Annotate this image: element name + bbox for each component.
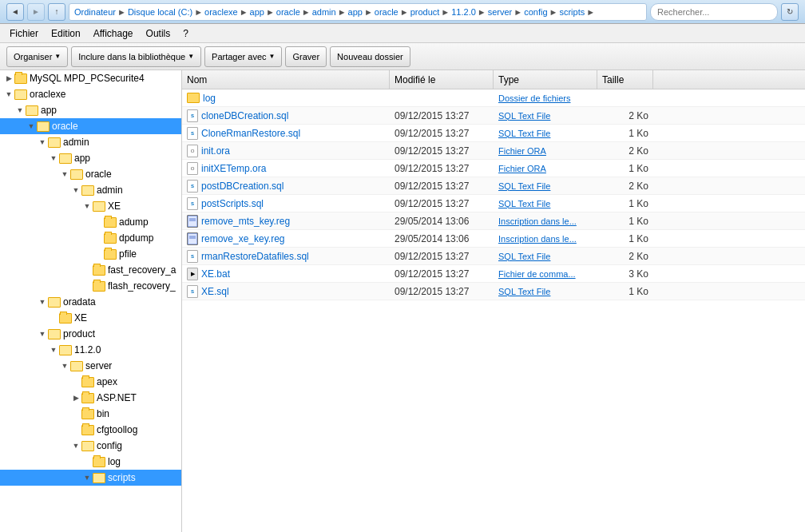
new-folder-button[interactable]: Nouveau dossier [330,46,410,67]
tree-item[interactable]: bin [0,406,181,422]
refresh-button[interactable]: ↻ [781,3,799,21]
menu-outils[interactable]: Outils [140,26,177,41]
expand-icon: ▼ [37,296,48,308]
sql-file-icon: S [187,127,198,140]
table-row[interactable]: logDossier de fichiers [182,89,805,107]
tree-item[interactable]: log [0,454,181,470]
breadcrumb-scripts[interactable]: scripts [559,7,585,17]
tree-item[interactable]: ▼oracle [0,166,181,182]
share-button[interactable]: Partager avec ▼ [204,46,282,67]
tree-item[interactable]: ▼admin [0,182,181,198]
menu-fichier[interactable]: Fichier [3,26,45,41]
tree-item[interactable]: ▼oraclexe [0,86,181,102]
search-input[interactable] [650,3,778,21]
breadcrumb-disque[interactable]: Disque local (C:) [128,7,192,17]
column-headers: Nom Modifié le Type Taille [182,70,805,89]
tree-item[interactable]: cfgtoollog [0,422,181,438]
table-row[interactable]: SXE.sql09/12/2015 13:27SQL Text File1 Ko [182,283,805,300]
tree-item[interactable]: pfile [0,246,181,262]
tree-panel[interactable]: ▶MySQL MPD_PCSecurite4▼oraclexe▼app▼orac… [0,70,182,532]
file-name-cell: SpostDBCreation.sql [182,180,390,193]
file-panel[interactable]: Nom Modifié le Type Taille logDossier de… [182,70,805,532]
breadcrumb-oracle2[interactable]: oracle [375,7,399,17]
tree-item[interactable]: ▼11.2.0 [0,342,181,358]
tree-item[interactable]: ▼app [0,102,181,118]
tree-item[interactable]: ▼admin [0,134,181,150]
col-header-date[interactable]: Modifié le [390,70,494,89]
tree-item[interactable]: ▼config [0,438,181,454]
col-header-type[interactable]: Type [494,70,597,89]
folder-icon [104,217,117,228]
tree-item[interactable]: XE [0,310,181,326]
table-row[interactable]: ▶XE.bat09/12/2015 13:27Fichier de comma.… [182,265,805,283]
menu-help[interactable]: ? [176,26,195,41]
tree-item[interactable]: ▼oradata [0,294,181,310]
breadcrumb-admin[interactable]: admin [312,7,336,17]
forward-button[interactable]: ► [27,3,45,21]
file-size-cell: 2 Ko [597,251,653,262]
tree-item[interactable]: ▼server [0,358,181,374]
ora-file-icon: O [187,162,198,175]
file-type-cell: Fichier ORA [494,164,597,173]
tree-item[interactable]: ▶ASP.NET [0,390,181,406]
file-type-cell: Fichier de comma... [494,269,597,279]
file-name-cell: remove_mts_key.reg [182,215,390,228]
folder-icon [104,233,117,244]
include-label: Inclure dans la bibliothèque [78,52,185,62]
tree-item[interactable]: ▼app [0,150,181,166]
organize-button[interactable]: Organiser ▼ [6,46,68,67]
expand-icon: ▼ [26,121,37,132]
tree-item[interactable]: ▶MySQL MPD_PCSecurite4 [0,70,181,86]
file-name: init.ora [201,145,230,157]
tree-item[interactable]: ▼oracle [0,118,181,134]
tree-item-label: product [63,328,95,339]
tree-item[interactable]: apex [0,374,181,390]
table-row[interactable]: ScloneDBCreation.sql09/12/2015 13:27SQL … [182,107,805,125]
breadcrumb-server[interactable]: server [488,7,513,17]
include-library-button[interactable]: Inclure dans la bibliothèque ▼ [71,46,201,67]
breadcrumb-product[interactable]: product [410,7,440,17]
breadcrumb-1120[interactable]: 11.2.0 [451,7,476,17]
tree-item[interactable]: ▼product [0,326,181,342]
table-row[interactable]: remove_xe_key.reg29/05/2014 13:06Inscrip… [182,230,805,248]
up-button[interactable]: ↑ [48,3,65,21]
menu-affichage[interactable]: Affichage [87,26,140,41]
table-row[interactable]: SpostScripts.sql09/12/2015 13:27SQL Text… [182,195,805,212]
menu-edition[interactable]: Edition [45,26,87,41]
toolbar: Organiser ▼ Inclure dans la bibliothèque… [0,43,805,70]
col-header-name[interactable]: Nom [182,70,390,89]
breadcrumb-config[interactable]: config [524,7,547,17]
breadcrumb-ordinateur[interactable]: Ordinateur [74,7,116,17]
table-row[interactable]: SCloneRmanRestore.sql09/12/2015 13:27SQL… [182,125,805,142]
folder-icon [81,441,94,451]
table-row[interactable]: SpostDBCreation.sql09/12/2015 13:27SQL T… [182,177,805,195]
tree-item[interactable]: fast_recovery_a [0,262,181,278]
main-area: ▶MySQL MPD_PCSecurite4▼oraclexe▼app▼orac… [0,70,805,532]
table-row[interactable]: remove_mts_key.reg29/05/2014 13:06Inscri… [182,212,805,230]
sql-file-icon: S [187,285,198,298]
expand-icon [70,424,81,435]
breadcrumb-oraclexe[interactable]: oraclexe [204,7,238,17]
breadcrumb-oracle1[interactable]: oracle [276,7,300,17]
breadcrumb-app1[interactable]: app [250,7,264,17]
tree-item[interactable]: flash_recovery_ [0,278,181,294]
table-row[interactable]: OinitXETemp.ora09/12/2015 13:27Fichier O… [182,160,805,177]
file-size-cell: 1 Ko [597,198,653,209]
table-row[interactable]: SrmanRestoreDatafiles.sql09/12/2015 13:2… [182,248,805,265]
tree-item-label: XE [108,200,121,212]
tree-item[interactable]: dpdump [0,230,181,246]
expand-icon: ▼ [3,89,14,100]
tree-item[interactable]: ▼XE [0,198,181,214]
table-row[interactable]: Oinit.ora09/12/2015 13:27Fichier ORA2 Ko [182,142,805,160]
breadcrumb-app2[interactable]: app [348,7,363,17]
tree-item[interactable]: ▼scripts [0,470,181,486]
tree-item[interactable]: adump [0,214,181,230]
burn-button[interactable]: Graver [285,46,327,67]
expand-icon: ▼ [59,169,70,180]
expand-icon [93,232,104,244]
breadcrumb-bar[interactable]: Ordinateur ► Disque local (C:) ► oraclex… [69,3,647,21]
col-header-size[interactable]: Taille [597,70,653,89]
back-button[interactable]: ◄ [6,3,24,21]
tree-item-label: oradata [63,296,96,308]
expand-icon: ▼ [37,137,48,148]
